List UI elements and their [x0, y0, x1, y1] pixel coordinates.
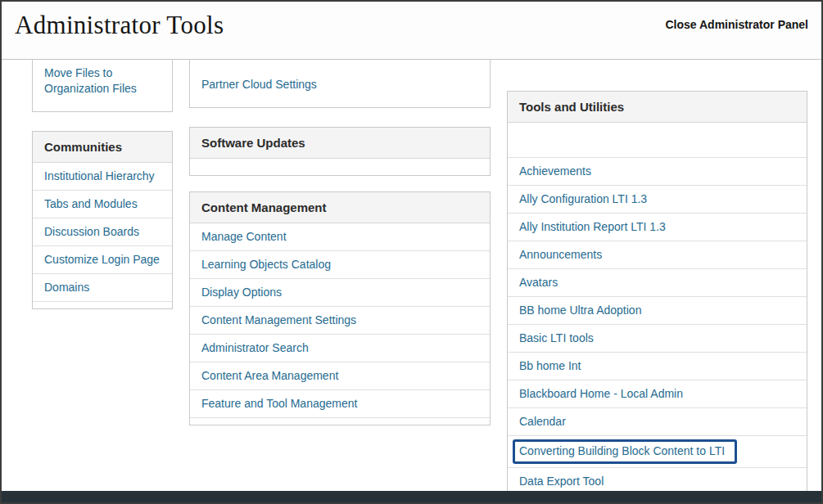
link-ally-institution-report-lti-1-3[interactable]: Ally Institution Report LTI 1.3: [508, 214, 807, 241]
link-bb-home-ultra-adoption[interactable]: BB home Ultra Adoption: [508, 297, 807, 325]
link-discussion-boards[interactable]: Discussion Boards: [33, 218, 172, 246]
panel-body-communities: Institutional Hierarchy Tabs and Modules…: [33, 163, 172, 308]
panel-body-software-updates: [190, 159, 490, 175]
panel-communities: Communities Institutional Hierarchy Tabs…: [32, 131, 173, 309]
panel-title-communities: Communities: [33, 132, 172, 163]
link-learning-objects-catalog[interactable]: Learning Objects Catalog: [190, 251, 490, 279]
link-converting-building-block-content-to-lti[interactable]: Converting Building Block Content to LTI: [513, 439, 737, 464]
link-feature-and-tool-management[interactable]: Feature and Tool Management: [190, 390, 490, 418]
panel-body-content-management: Manage Content Learning Objects Catalog …: [190, 223, 490, 425]
link-achievements[interactable]: Achievements: [508, 158, 807, 186]
panel-content-management: Content Management Manage Content Learni…: [189, 191, 491, 425]
link-ally-configuration-lti-1-3[interactable]: Ally Configuration LTI 1.3: [508, 186, 807, 214]
close-administrator-panel-button[interactable]: Close Administrator Panel: [665, 18, 808, 31]
link-basic-lti-tools[interactable]: Basic LTI tools: [508, 325, 807, 353]
panel-software-updates: Software Updates: [189, 127, 491, 176]
panel-file-management-partial: Move Files to Organization Files: [32, 60, 173, 112]
page-title: Administrator Tools: [15, 11, 224, 40]
panel-title-content-management: Content Management: [190, 192, 490, 223]
link-manage-content[interactable]: Manage Content: [190, 223, 490, 251]
administrator-tools-panel: Administrator Tools Close Administrator …: [0, 0, 823, 504]
link-institutional-hierarchy[interactable]: Institutional Hierarchy: [33, 163, 172, 191]
link-move-files-to-organization-files[interactable]: Move Files to Organization Files: [33, 60, 172, 97]
link-display-options[interactable]: Display Options: [190, 279, 490, 307]
link-content-area-management[interactable]: Content Area Management: [190, 362, 490, 390]
column-right: Tools and Utilities Achievements Ally Co…: [507, 60, 807, 504]
panel-cloud-management-partial: Partner Cloud Settings: [189, 60, 491, 108]
link-customize-login-page[interactable]: Customize Login Page: [33, 246, 172, 274]
bottom-bar: [2, 491, 821, 502]
link-tabs-and-modules[interactable]: Tabs and Modules: [33, 191, 172, 218]
panel-title-tools-and-utilities: Tools and Utilities: [508, 92, 807, 123]
link-announcements[interactable]: Announcements: [508, 241, 807, 269]
column-middle: Partner Cloud Settings Software Updates …: [189, 60, 491, 444]
link-calendar[interactable]: Calendar: [508, 408, 807, 436]
tools-empty-row: [508, 123, 807, 158]
link-partner-cloud-settings[interactable]: Partner Cloud Settings: [190, 60, 490, 91]
link-content-management-settings[interactable]: Content Management Settings: [190, 307, 490, 335]
panel-tools-and-utilities: Tools and Utilities Achievements Ally Co…: [507, 91, 807, 504]
link-avatars[interactable]: Avatars: [508, 269, 807, 297]
link-blackboard-home-local-admin[interactable]: Blackboard Home - Local Admin: [508, 380, 807, 408]
top-bar: Administrator Tools Close Administrator …: [2, 2, 821, 60]
link-bb-home-int[interactable]: Bb home Int: [508, 353, 807, 380]
list-item-converting-building-block-content-to-lti: Converting Building Block Content to LTI: [508, 436, 807, 468]
content-area: Move Files to Organization Files Communi…: [2, 60, 821, 502]
column-left: Move Files to Organization Files Communi…: [32, 60, 173, 328]
panel-body-tools-and-utilities: Achievements Ally Configuration LTI 1.3 …: [508, 123, 807, 504]
panel-title-software-updates: Software Updates: [190, 128, 490, 159]
link-administrator-search[interactable]: Administrator Search: [190, 335, 490, 362]
link-domains[interactable]: Domains: [33, 274, 172, 302]
